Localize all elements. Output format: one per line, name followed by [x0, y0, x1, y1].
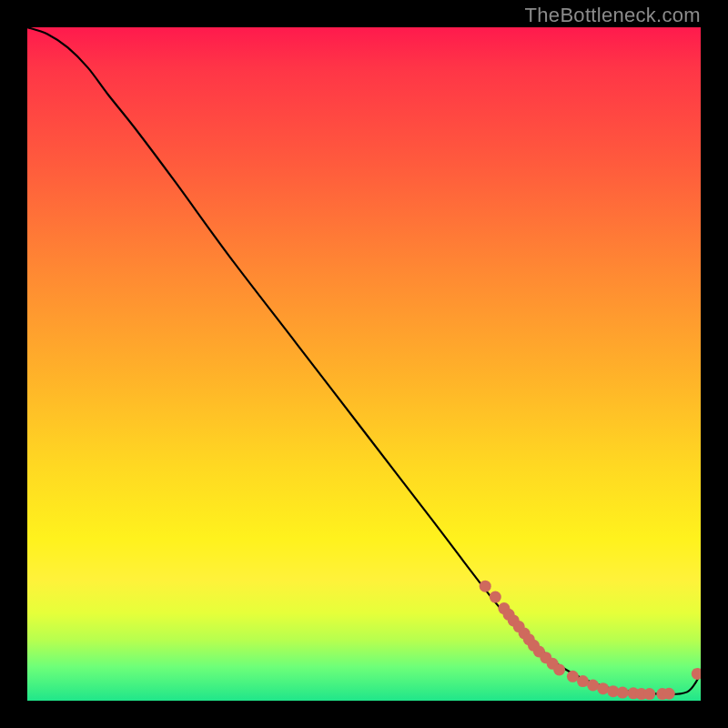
watermark-text: TheBottleneck.com: [525, 4, 701, 27]
chart-overlay: [27, 27, 701, 701]
scatter-dot: [577, 675, 589, 687]
scatter-points: [480, 581, 701, 700]
curve-line: [27, 27, 701, 694]
scatter-dot: [663, 688, 675, 700]
scatter-dot: [587, 679, 599, 691]
chart-stage: TheBottleneck.com: [0, 0, 728, 728]
scatter-dot: [617, 687, 629, 699]
scatter-dot: [553, 663, 565, 675]
scatter-dot: [692, 668, 701, 680]
scatter-dot: [597, 682, 609, 694]
scatter-dot: [643, 688, 655, 700]
scatter-dot: [480, 581, 491, 592]
scatter-dot: [490, 592, 501, 603]
scatter-dot: [567, 671, 579, 682]
